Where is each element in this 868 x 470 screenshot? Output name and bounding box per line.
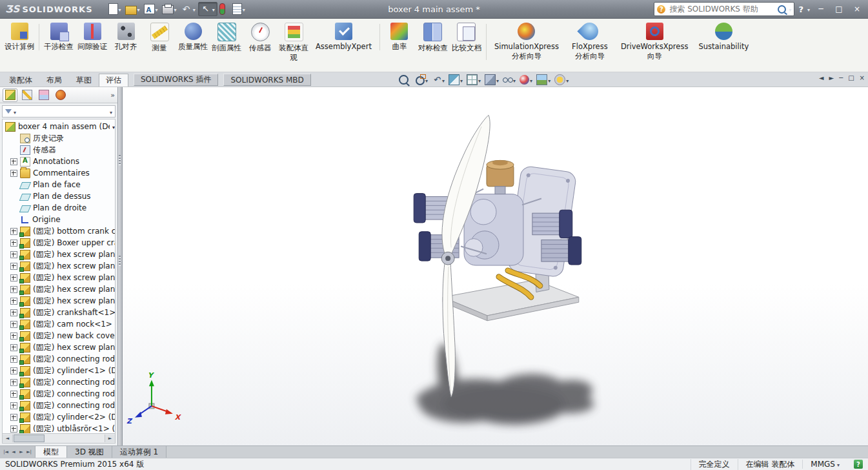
measure-button[interactable]: 测量 (143, 21, 176, 55)
expand-icon[interactable] (10, 286, 17, 293)
document-close-icon[interactable]: × (860, 74, 865, 81)
property-manager-tab[interactable] (19, 88, 34, 102)
tree-item[interactable]: Origine (5, 214, 115, 225)
section-view-button[interactable] (447, 74, 464, 86)
apply-scene-button[interactable] (535, 74, 552, 86)
previous-view-button[interactable] (430, 74, 446, 85)
command-tab[interactable]: 布局 (39, 74, 69, 87)
driveworksxpress-button[interactable]: DriveWorksXpress 向导 (616, 21, 693, 63)
dropdown-caret-icon[interactable] (530, 76, 532, 85)
tree-item[interactable]: (固定) new back cover< (5, 330, 115, 342)
command-tab[interactable]: 草图 (69, 74, 99, 87)
tree-item[interactable]: (固定) cylinder<2> (Dé (5, 411, 115, 423)
dropdown-caret-icon[interactable] (112, 122, 115, 131)
hide-show-items-button[interactable] (501, 74, 517, 85)
command-tab[interactable]: SOLIDWORKS 插件 (134, 74, 218, 86)
help-button[interactable]: ? (798, 5, 803, 14)
tree-item[interactable]: (固定) connecting rod< (5, 376, 115, 388)
tree-item[interactable]: (固定) hex screw plane (5, 249, 115, 260)
sheet-tab[interactable]: 3D 视图 (67, 446, 112, 458)
assembly-visualization-button[interactable]: 装配体直观 (277, 21, 310, 65)
rebuild-button[interactable] (218, 3, 230, 15)
filter-dropdown-icon[interactable] (14, 107, 16, 116)
dropdown-caret-icon[interactable] (156, 5, 158, 14)
dropdown-caret-icon[interactable] (442, 76, 445, 85)
dropdown-caret-icon[interactable] (193, 5, 196, 14)
panel-expand-chevron[interactable]: » (110, 91, 115, 99)
dropdown-caret-icon[interactable] (212, 5, 215, 14)
display-manager-tab[interactable] (53, 88, 68, 102)
expand-icon[interactable] (10, 274, 17, 281)
command-tab[interactable]: SOLIDWORKS MBD (223, 74, 310, 86)
tree-item[interactable]: (固定) hex screw plane (5, 260, 115, 272)
zoom-area-button[interactable] (414, 74, 429, 86)
maximize-button[interactable]: □ (832, 3, 846, 15)
task-pane-toggle-icon[interactable]: ► (829, 74, 834, 81)
expand-icon[interactable] (10, 344, 17, 351)
scroll-right-icon[interactable]: ► (105, 434, 115, 442)
tree-filter-bar[interactable] (2, 105, 116, 118)
search-icon[interactable] (778, 5, 786, 14)
tree-item[interactable]: Plan de dessus (5, 190, 115, 202)
expand-icon[interactable] (10, 309, 17, 316)
command-tab[interactable]: 评估 (99, 74, 128, 87)
design-study-button[interactable]: 设计算例 (3, 21, 36, 54)
tree-item[interactable]: (固定) hex screw plane (5, 295, 115, 307)
sensor-button[interactable]: 传感器 (243, 21, 277, 55)
expand-icon[interactable] (10, 356, 17, 363)
tree-item[interactable]: Plan de face (5, 179, 115, 190)
section-properties-button[interactable]: 剖面属性 (210, 21, 243, 55)
help-dropdown-icon[interactable] (807, 5, 810, 14)
interference-detection-button[interactable]: 干涉检查 (42, 21, 76, 54)
dropdown-caret-icon[interactable] (548, 76, 550, 85)
configuration-manager-tab[interactable] (36, 88, 51, 102)
tree-item[interactable]: (固定) crankshaft<1> ( (5, 307, 115, 318)
undo-button[interactable]: ↶ (179, 3, 197, 15)
tree-item[interactable]: Commentaires (5, 167, 115, 179)
view-orientation-button[interactable] (465, 74, 482, 86)
last-tab-icon[interactable]: ►| (26, 449, 32, 455)
edit-appearance-button[interactable] (518, 74, 534, 85)
expand-icon[interactable] (10, 240, 17, 247)
new-file-button[interactable] (107, 3, 123, 15)
expand-icon[interactable] (10, 414, 17, 421)
dropdown-caret-icon[interactable] (243, 5, 245, 14)
dropdown-caret-icon[interactable] (174, 5, 177, 14)
document-restore-icon[interactable]: □ (848, 74, 854, 81)
dropdown-caret-icon[interactable] (478, 76, 481, 85)
view-settings-button[interactable] (553, 74, 570, 86)
tree-item[interactable]: (固定) Boxer upper cra (5, 237, 115, 249)
close-button[interactable]: × (850, 3, 864, 15)
display-style-button[interactable] (483, 74, 500, 86)
previous-tab-icon[interactable]: ◄ (10, 449, 17, 455)
scroll-left-icon[interactable]: ◄ (3, 434, 13, 442)
command-tab[interactable]: 装配体 (2, 74, 39, 87)
expand-icon[interactable] (10, 332, 17, 340)
feature-pane-toggle-icon[interactable]: ◄ (819, 74, 824, 81)
tree-horizontal-scrollbar[interactable]: ◄ ► (2, 434, 116, 444)
expand-icon[interactable] (10, 170, 17, 177)
expand-icon[interactable] (10, 158, 17, 165)
tree-item[interactable]: (固定) cylinder<1> (Dé (5, 365, 115, 376)
status-help-badge[interactable]: ? (854, 460, 863, 469)
tree-item[interactable]: Annotations (5, 156, 115, 167)
dropdown-caret-icon[interactable] (566, 76, 569, 85)
expand-icon[interactable] (10, 425, 17, 433)
expand-icon[interactable] (10, 402, 17, 409)
graphics-area[interactable]: Y X Z (123, 87, 868, 445)
tree-item[interactable]: (固定) connecting rod< (5, 400, 115, 411)
symmetry-check-button[interactable]: 对称检查 (416, 21, 450, 55)
expand-icon[interactable] (10, 228, 17, 235)
dropdown-caret-icon[interactable] (119, 5, 121, 14)
panel-splitter[interactable] (117, 87, 123, 445)
tree-item[interactable]: (固定) connecting rod< (5, 388, 115, 400)
sheet-tab[interactable]: 模型 (35, 446, 67, 458)
dropdown-caret-icon[interactable] (513, 76, 516, 85)
first-tab-icon[interactable]: |◄ (3, 449, 9, 455)
file-properties-button[interactable] (231, 3, 247, 15)
next-tab-icon[interactable]: ► (18, 449, 25, 455)
tree-item[interactable]: 传感器 (5, 144, 115, 156)
tree-item[interactable]: (固定) cam nock<1> (D (5, 318, 115, 330)
scrollbar-thumb[interactable] (14, 434, 45, 442)
expand-icon[interactable] (10, 298, 17, 305)
